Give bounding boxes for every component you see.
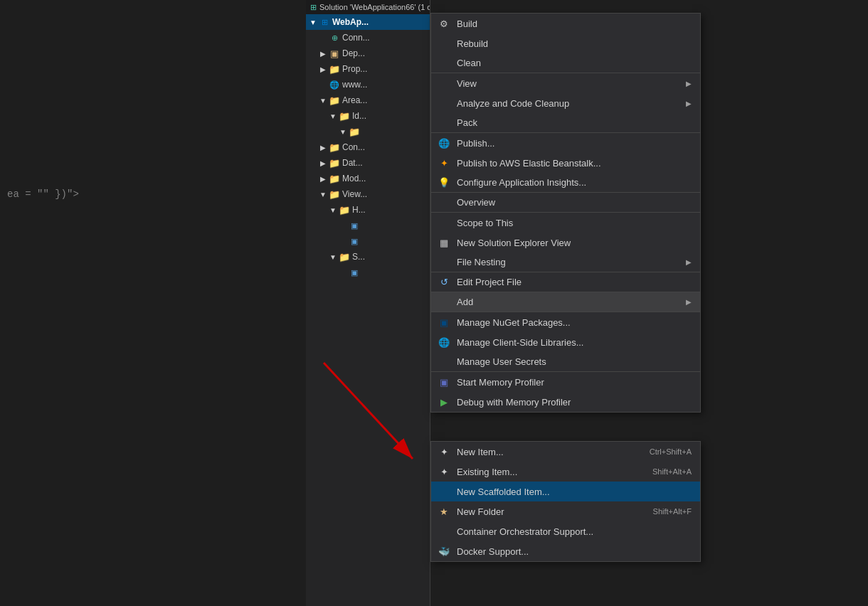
wwwroot-icon: 🌐	[329, 79, 340, 90]
solution-explorer-panel: ⊞ Solution 'WebApplication66' (1 of 1 pr…	[306, 0, 430, 606]
dependencies-icon: ▣	[329, 48, 340, 59]
publish-icon: 🌐	[437, 136, 451, 150]
tree-models[interactable]: ▶ 📁 Mod...	[306, 171, 430, 186]
menu-scope[interactable]: Scope to This	[431, 213, 700, 233]
view-icon	[437, 76, 451, 90]
folder-new-icon: ★	[437, 504, 451, 519]
tree-areas[interactable]: ▼ 📁 Area...	[306, 92, 430, 108]
tree-shared-file1[interactable]: ▣	[306, 265, 430, 280]
views-icon: 📁	[329, 188, 340, 200]
insights-icon: 💡	[437, 176, 451, 190]
nesting-icon	[437, 255, 451, 270]
shared-icon: 📁	[339, 251, 350, 262]
tree-home-file2[interactable]: ▣	[306, 233, 430, 249]
existing-icon: ✦	[437, 464, 451, 479]
submenu-existing-item[interactable]: ✦ Existing Item... Shift+Alt+A	[431, 462, 700, 482]
editor-panel: ea = "" })">	[0, 0, 306, 606]
file-icon-2: ▣	[349, 235, 360, 247]
clean-icon	[437, 56, 451, 70]
new-item-icon: ✦	[437, 445, 451, 459]
identity-sub-icon: 📁	[349, 126, 360, 137]
identity-icon: 📁	[339, 110, 350, 122]
tree-data[interactable]: ▶ 📁 Dat...	[306, 155, 430, 171]
scaffolded-icon	[437, 484, 451, 499]
menu-file-nesting[interactable]: File Nesting ▶	[431, 253, 700, 272]
project-icon: ⊞	[319, 16, 330, 28]
data-icon: 📁	[329, 157, 340, 169]
menu-start-profiler[interactable]: ▣ Start Memory Profiler	[431, 372, 700, 392]
menu-manage-client[interactable]: 🌐 Manage Client-Side Libraries...	[431, 332, 700, 352]
tree-home-file1[interactable]: ▣	[306, 218, 430, 233]
controllers-icon: 📁	[329, 142, 340, 153]
menu-pack[interactable]: Pack	[431, 113, 700, 133]
tree-properties[interactable]: ▶ 📁 Prop...	[306, 61, 430, 77]
add-icon	[437, 295, 451, 309]
areas-icon: 📁	[329, 95, 340, 106]
rebuild-icon	[437, 36, 451, 51]
tree-controllers[interactable]: ▶ 📁 Con...	[306, 139, 430, 155]
menu-add[interactable]: Add ▶	[431, 292, 700, 312]
container-icon	[437, 524, 451, 538]
aws-icon: ✦	[437, 156, 451, 170]
debug-icon: ▶	[437, 395, 451, 409]
menu-publish[interactable]: 🌐 Publish...	[431, 133, 700, 153]
solution-view-icon: ▦	[437, 235, 451, 250]
submenu-container[interactable]: Container Orchestrator Support...	[431, 521, 700, 541]
connected-icon: ⊕	[329, 32, 340, 43]
tree-wwwroot[interactable]: 🌐 www...	[306, 77, 430, 92]
tree-identity-sub[interactable]: ▼ 📁	[306, 124, 430, 139]
add-arrow: ▶	[686, 298, 692, 306]
code-line: ea = "" })">	[0, 185, 86, 203]
nuget-icon: ▣	[437, 315, 451, 329]
edit-icon: ↺	[437, 275, 451, 289]
pack-icon	[437, 116, 451, 130]
properties-icon: 📁	[329, 63, 340, 75]
menu-analyze[interactable]: Analyze and Code Cleanup ▶	[431, 93, 700, 113]
models-icon: 📁	[329, 173, 340, 184]
tree-dependencies[interactable]: ▶ ▣ Dep...	[306, 46, 430, 61]
menu-manage-nuget[interactable]: ▣ Manage NuGet Packages...	[431, 312, 700, 332]
tree-home[interactable]: ▼ 📁 H...	[306, 202, 430, 218]
menu-overview[interactable]: Overview	[431, 193, 700, 213]
secrets-icon	[437, 355, 451, 369]
menu-rebuild[interactable]: Rebuild	[431, 33, 700, 53]
submenu-new-scaffolded[interactable]: New Scaffolded Item...	[431, 482, 700, 501]
client-icon: 🌐	[437, 335, 451, 349]
submenu-new-folder[interactable]: ★ New Folder Shift+Alt+F	[431, 501, 700, 521]
overview-icon	[437, 196, 451, 210]
menu-view[interactable]: View ▶	[431, 73, 700, 93]
solution-title: ⊞ Solution 'WebApplication66' (1 of 1 pr…	[306, 0, 430, 14]
project-arrow: ▼	[309, 18, 317, 26]
menu-manage-secrets[interactable]: Manage User Secrets	[431, 352, 700, 372]
menu-configure-insights[interactable]: 💡 Configure Application Insights...	[431, 173, 700, 193]
tree-views[interactable]: ▼ 📁 View...	[306, 186, 430, 202]
tree-shared[interactable]: ▼ 📁 S...	[306, 249, 430, 265]
menu-debug-profiler[interactable]: ▶ Debug with Memory Profiler	[431, 392, 700, 412]
menu-publish-aws[interactable]: ✦ Publish to AWS Elastic Beanstalk...	[431, 153, 700, 173]
analyze-icon	[437, 96, 451, 110]
menu-edit-project[interactable]: ↺ Edit Project File	[431, 272, 700, 292]
view-arrow: ▶	[686, 80, 692, 87]
tree-identity[interactable]: ▼ 📁 Id...	[306, 108, 430, 124]
analyze-arrow: ▶	[686, 100, 692, 107]
shared-file-icon: ▣	[349, 267, 360, 278]
submenu-docker[interactable]: 🐳 Docker Support...	[431, 541, 700, 561]
add-submenu: ✦ New Item... Ctrl+Shift+A ✦ Existing It…	[430, 441, 701, 562]
project-node[interactable]: ▼ ⊞ WebAp...	[306, 14, 430, 30]
nesting-arrow: ▶	[686, 258, 692, 266]
submenu-new-item[interactable]: ✦ New Item... Ctrl+Shift+A	[431, 442, 700, 462]
docker-icon: 🐳	[437, 544, 451, 558]
scope-icon	[437, 216, 451, 230]
build-icon: ⚙	[437, 16, 451, 31]
tree-connected-services[interactable]: ⊕ Conn...	[306, 30, 430, 46]
menu-clean[interactable]: Clean	[431, 53, 700, 73]
profiler-icon: ▣	[437, 375, 451, 389]
file-icon-1: ▣	[349, 220, 360, 231]
home-icon: 📁	[339, 204, 350, 216]
context-menu: ⚙ Build Rebuild Clean View ▶ Analyze and…	[430, 13, 701, 413]
menu-build[interactable]: ⚙ Build	[431, 14, 700, 33]
menu-new-solution-view[interactable]: ▦ New Solution Explorer View	[431, 233, 700, 253]
